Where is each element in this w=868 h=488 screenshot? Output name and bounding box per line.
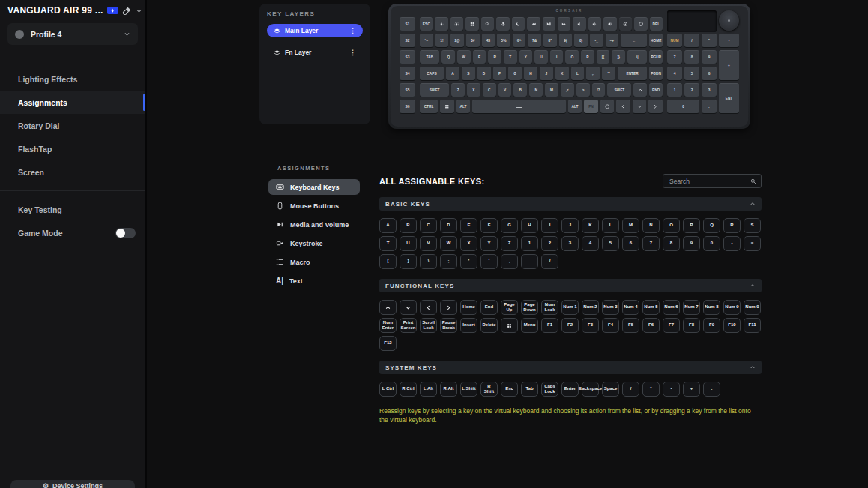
assignable-key[interactable]: K bbox=[582, 218, 599, 233]
virtual-key[interactable]: PGDN bbox=[649, 67, 663, 80]
sidebar-item[interactable]: FlashTap bbox=[0, 137, 145, 160]
sidebar-item-key-testing[interactable]: Key Testing bbox=[0, 198, 145, 221]
mic-icon[interactable] bbox=[496, 17, 509, 31]
virtual-key[interactable]: 0 bbox=[667, 100, 699, 113]
virtual-key[interactable]: 8 bbox=[684, 50, 699, 64]
virtual-key[interactable]: W bbox=[457, 50, 471, 64]
virtual-key[interactable]: 6^ bbox=[513, 34, 526, 47]
virtual-key[interactable]: * bbox=[702, 34, 717, 47]
assignable-key[interactable]: Print Screen bbox=[400, 318, 417, 333]
virtual-key[interactable]: S5 bbox=[400, 83, 415, 97]
virtual-key[interactable]: O bbox=[565, 50, 579, 64]
assignable-key[interactable]: R Alt bbox=[440, 382, 457, 397]
virtual-key[interactable]: HOME bbox=[649, 34, 663, 47]
virtual-key[interactable]: 8* bbox=[543, 34, 557, 47]
virtual-key[interactable]: D bbox=[477, 67, 491, 80]
assignable-key[interactable]: 7 bbox=[642, 236, 660, 251]
assignable-key[interactable]: F6 bbox=[642, 318, 660, 333]
virtual-key[interactable]: E bbox=[473, 50, 486, 64]
virtual-key[interactable]: S1 bbox=[400, 17, 415, 31]
assignable-key[interactable]: H bbox=[521, 218, 538, 233]
virtual-key[interactable]: =+ bbox=[606, 34, 619, 47]
assignable-key[interactable]: Num 2 bbox=[582, 300, 599, 315]
virtual-key[interactable]: S bbox=[462, 67, 475, 80]
virtual-key[interactable]: ← bbox=[621, 34, 647, 47]
assignable-key[interactable]: R bbox=[723, 218, 741, 233]
sidebar-item[interactable]: Rotary Dial bbox=[0, 114, 145, 137]
assignment-type-item[interactable]: A| Text bbox=[268, 273, 360, 289]
assignable-key[interactable]: F12 bbox=[379, 336, 397, 351]
assignable-key[interactable]: M bbox=[622, 218, 639, 233]
virtual-key[interactable]: T bbox=[504, 50, 517, 64]
virtual-key[interactable]: CTRL bbox=[420, 100, 438, 113]
assignable-key[interactable]: G bbox=[501, 218, 518, 233]
assignable-key[interactable]: Num 5 bbox=[642, 300, 660, 315]
profile-selector[interactable]: Profile 4 bbox=[7, 23, 138, 45]
assignable-key[interactable]: Num 0 bbox=[744, 300, 761, 315]
virtual-key[interactable]: - bbox=[719, 34, 739, 47]
assignable-key[interactable]: Tab bbox=[521, 382, 538, 397]
assignable-key[interactable]: S bbox=[744, 218, 761, 233]
game-mode-toggle[interactable] bbox=[115, 228, 136, 238]
virtual-key[interactable]: S6 bbox=[400, 100, 415, 113]
virtual-key[interactable]: H bbox=[524, 67, 537, 80]
assignable-key[interactable]: F7 bbox=[663, 318, 680, 333]
assignable-key[interactable]: Y bbox=[480, 236, 498, 251]
assignable-key[interactable]: F11 bbox=[744, 318, 761, 333]
assignable-key[interactable]: W bbox=[440, 236, 457, 251]
virtual-key[interactable]: J bbox=[540, 67, 553, 80]
assignable-key[interactable]: V bbox=[420, 236, 437, 251]
rotary-dial[interactable] bbox=[719, 10, 739, 31]
assignable-key[interactable]: / bbox=[541, 254, 558, 269]
virtual-key[interactable]: ;: bbox=[586, 67, 600, 80]
virtual-key[interactable]: X bbox=[467, 83, 480, 97]
virtual-key[interactable]: V bbox=[498, 83, 512, 97]
assignable-key[interactable]: Num 6 bbox=[663, 300, 680, 315]
assignable-key[interactable]: R Shift bbox=[480, 382, 498, 397]
assignable-key[interactable]: End bbox=[480, 300, 498, 315]
vol-down-icon[interactable] bbox=[588, 17, 601, 31]
assignable-key[interactable]: \ bbox=[420, 254, 437, 269]
assignable-key[interactable]: [ bbox=[379, 254, 397, 269]
virtual-key[interactable]: `~ bbox=[420, 34, 433, 47]
virtual-key[interactable]: ESC bbox=[420, 17, 433, 31]
assignable-key[interactable]: Q bbox=[703, 218, 720, 233]
assignable-key[interactable]: J bbox=[561, 218, 579, 233]
virtual-key[interactable]: END bbox=[649, 83, 663, 97]
assignable-key[interactable]: / bbox=[622, 382, 639, 397]
virtual-key[interactable]: I bbox=[550, 50, 564, 64]
virtual-key[interactable]: 2@ bbox=[450, 34, 464, 47]
virtual-key[interactable]: ALT bbox=[568, 100, 582, 113]
assignable-key[interactable]: 4 bbox=[582, 236, 599, 251]
assignable-key[interactable]: 9 bbox=[683, 236, 700, 251]
assignable-key[interactable]: Num 1 bbox=[561, 300, 579, 315]
assignable-key[interactable]: 5 bbox=[602, 236, 619, 251]
chev-down-icon[interactable] bbox=[633, 100, 647, 113]
virtual-key[interactable]: 7& bbox=[528, 34, 541, 47]
virtual-key[interactable]: K bbox=[555, 67, 569, 80]
assignable-key[interactable]: * bbox=[642, 382, 660, 397]
virtual-key[interactable]: 3 bbox=[702, 83, 717, 97]
assignable-key[interactable]: L Shift bbox=[460, 382, 477, 397]
section-header[interactable]: SYSTEM KEYS bbox=[379, 361, 762, 374]
virtual-key[interactable]: ENTER bbox=[618, 67, 647, 80]
assignable-key[interactable]: F3 bbox=[582, 318, 599, 333]
virtual-key[interactable]: / bbox=[684, 34, 699, 47]
assignable-key[interactable]: L Ctrl bbox=[379, 382, 397, 397]
assignable-key[interactable]: F8 bbox=[683, 318, 700, 333]
virtual-key[interactable]: N bbox=[529, 83, 543, 97]
assignable-key[interactable]: F1 bbox=[541, 318, 558, 333]
assignable-key[interactable]: - bbox=[723, 236, 741, 251]
assignable-key[interactable]: ; bbox=[440, 254, 457, 269]
assignable-key[interactable]: P bbox=[683, 218, 700, 233]
device-settings-button[interactable]: ⚙ Device Settings bbox=[10, 480, 135, 488]
assignment-type-item[interactable]: Mouse Buttons bbox=[268, 198, 360, 214]
assignable-key[interactable]: + bbox=[683, 382, 700, 397]
grid-icon[interactable] bbox=[465, 17, 478, 31]
virtual-key[interactable]: ENT bbox=[719, 83, 739, 113]
section-header[interactable]: BASIC KEYS bbox=[379, 197, 762, 211]
assignable-key[interactable]: Page Down bbox=[521, 300, 538, 315]
virtual-key[interactable]: A bbox=[446, 67, 459, 80]
search-icon[interactable] bbox=[481, 17, 494, 31]
kebab-menu-icon[interactable]: ⋮ bbox=[349, 28, 356, 34]
